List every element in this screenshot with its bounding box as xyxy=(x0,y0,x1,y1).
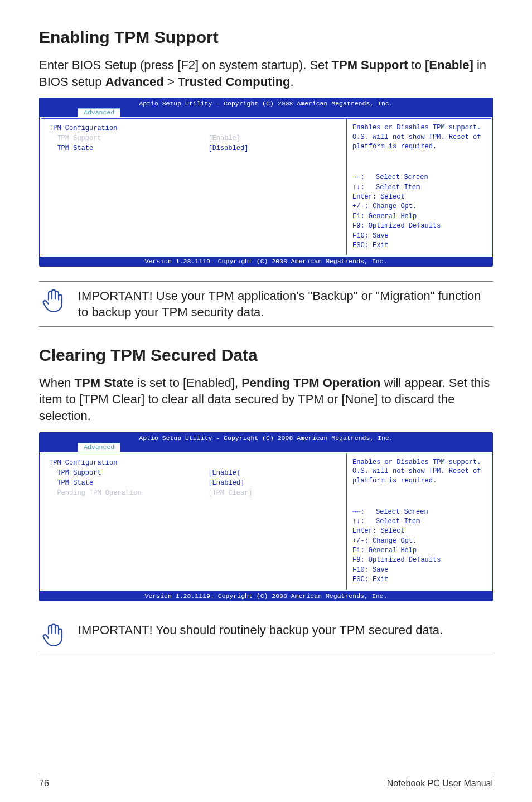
bios-row-label: TPM State xyxy=(49,478,208,488)
k: ESC: Exit xyxy=(352,241,485,250)
bios-header: Aptio Setup Utility - Copyright (C) 2008… xyxy=(40,98,492,117)
t: TPM State xyxy=(75,376,134,390)
k: F10: Save xyxy=(352,231,485,241)
k: F1: General Help xyxy=(352,546,485,555)
intro-1: Enter BIOS Setup (press [F2] on system s… xyxy=(39,57,493,90)
hand-icon xyxy=(39,621,68,648)
bios-screenshot-2: Aptio Setup Utility - Copyright (C) 2008… xyxy=(39,432,493,601)
k: F9: Optimized Defaults xyxy=(352,555,485,565)
bios-body: TPM Configuration TPM Support[Enable] TP… xyxy=(40,452,492,591)
t: [Enable] xyxy=(425,58,473,72)
bios-row-label: TPM Configuration xyxy=(49,458,208,468)
bios-config-row: TPM State[Disabled] xyxy=(49,143,338,153)
bios-footer: Version 1.28.1119. Copyright (C) 2008 Am… xyxy=(40,257,492,266)
t: Advanced xyxy=(105,75,164,89)
k: F1: General Help xyxy=(352,212,485,221)
k: F10: Save xyxy=(352,566,485,575)
bios-side: Enables or Disables TPM support. O.S. wi… xyxy=(346,118,491,255)
t: . xyxy=(291,75,294,89)
bios-config-row: TPM Configuration xyxy=(49,123,338,133)
k: Enter: Select xyxy=(352,192,485,202)
t: is set to [Enabled], xyxy=(134,376,241,390)
bios-help-text: Enables or Disables TPM support. O.S. wi… xyxy=(352,458,485,486)
bios-keys: →←:Select Screen ↑↓:Select Item Enter: S… xyxy=(352,508,485,585)
bios-config-row: Pending TPM Operation[TPM Clear] xyxy=(49,488,338,498)
bios-screenshot-1: Aptio Setup Utility - Copyright (C) 2008… xyxy=(39,98,493,267)
t: > xyxy=(164,75,178,89)
bios-main: TPM Configuration TPM Support[Enable] TP… xyxy=(41,453,346,590)
bios-footer: Version 1.28.1119. Copyright (C) 2008 Am… xyxy=(40,591,492,601)
bios-config-row: TPM Support[Enable] xyxy=(49,468,338,478)
bios-row-label: TPM Support xyxy=(49,133,208,143)
bios-help-text: Enables or Disables TPM support. O.S. wi… xyxy=(352,123,485,151)
bios-side: Enables or Disables TPM support. O.S. wi… xyxy=(346,453,491,590)
bios-header: Aptio Setup Utility - Copyright (C) 2008… xyxy=(40,433,492,452)
manual-title: Notebook PC User Manual xyxy=(387,779,493,789)
bios-config-row: TPM Support[Enable] xyxy=(49,133,338,143)
heading-enabling-tpm: Enabling TPM Support xyxy=(39,28,493,47)
arrow-ud-icon: ↑↓: xyxy=(352,517,376,526)
bios-row-value: [Enable] xyxy=(208,468,240,478)
bios-header-title: Aptio Setup Utility - Copyright (C) 2008… xyxy=(40,100,492,108)
bios-row-value: [Enabled] xyxy=(208,478,244,488)
t: TPM Support xyxy=(332,58,408,72)
bios-row-value: [Enable] xyxy=(208,133,240,143)
k: Select Item xyxy=(376,183,420,191)
bios-tabs: Advanced xyxy=(40,443,492,452)
bios-row-value: [TPM Clear] xyxy=(208,488,252,498)
bios-main: TPM Configuration TPM Support[Enable] TP… xyxy=(41,118,346,255)
arrow-ud-icon: ↑↓: xyxy=(352,183,376,192)
important-note-2: IMPORTANT! You should routinely backup y… xyxy=(39,616,493,654)
bios-row-label: TPM Configuration xyxy=(49,123,208,133)
important-note-1: IMPORTANT! Use your TPM application's "B… xyxy=(39,281,493,326)
bios-config-row: TPM State[Enabled] xyxy=(49,478,338,488)
bios-row-label: TPM Support xyxy=(49,468,208,478)
page-footer: 76 Notebook PC User Manual xyxy=(39,775,493,789)
t: When xyxy=(39,376,75,390)
t: Enter BIOS Setup (press [F2] on system s… xyxy=(39,58,332,72)
bios-row-label: Pending TPM Operation xyxy=(49,488,208,498)
bios-row-value: [Disabled] xyxy=(208,143,248,153)
bios-header-title: Aptio Setup Utility - Copyright (C) 2008… xyxy=(40,434,492,443)
bios-keys: →←:Select Screen ↑↓:Select Item Enter: S… xyxy=(352,173,485,250)
t: Pending TPM Operation xyxy=(241,376,380,390)
bios-config-row: TPM Configuration xyxy=(49,458,338,468)
bios-tab-advanced: Advanced xyxy=(78,108,120,117)
t: Trusted Computing xyxy=(178,75,291,89)
k: Enter: Select xyxy=(352,526,485,536)
k: Select Screen xyxy=(376,173,428,181)
note-text: IMPORTANT! Use your TPM application's "B… xyxy=(78,287,491,320)
arrow-lr-icon: →←: xyxy=(352,508,376,517)
hand-icon xyxy=(39,287,68,314)
k: +/-: Change Opt. xyxy=(352,537,485,546)
k: +/-: Change Opt. xyxy=(352,202,485,211)
k: ESC: Exit xyxy=(352,575,485,584)
k: Select Screen xyxy=(376,508,428,516)
bios-tabs: Advanced xyxy=(40,108,492,117)
bios-row-label: TPM State xyxy=(49,143,208,153)
page-number: 76 xyxy=(39,779,49,789)
note-text: IMPORTANT! You should routinely backup y… xyxy=(78,621,443,639)
heading-clearing-tpm: Clearing TPM Secured Data xyxy=(39,346,493,365)
k: F9: Optimized Defaults xyxy=(352,221,485,231)
arrow-lr-icon: →←: xyxy=(352,173,376,182)
bios-body: TPM Configuration TPM Support[Enable] TP… xyxy=(40,117,492,257)
bios-tab-advanced: Advanced xyxy=(78,443,120,452)
k: Select Item xyxy=(376,518,420,525)
intro-2: When TPM State is set to [Enabled], Pend… xyxy=(39,375,493,424)
t: to xyxy=(408,58,425,72)
